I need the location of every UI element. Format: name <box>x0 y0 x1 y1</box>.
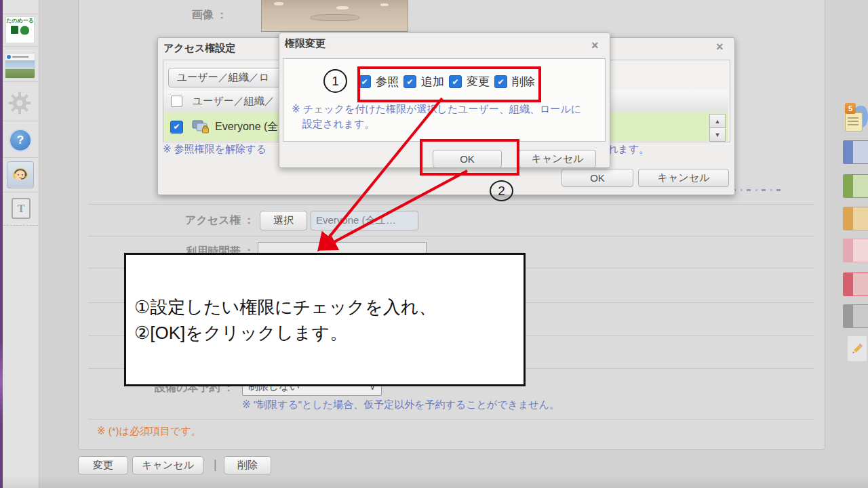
screen: 画像 ： アクセス権 ： 選択 Everyone (全ユ… 利用時間帯 ： 設備… <box>0 0 868 488</box>
callout-box: ①設定したい権限にチェックを入れ、 ②[OK]をクリックします。 <box>124 253 526 386</box>
bottom-shade <box>0 476 868 488</box>
callout-line1: ①設定したい権限にチェックを入れ、 <box>134 294 436 320</box>
callout-line2: ②[OK]をクリックします。 <box>134 320 347 346</box>
annotation-arrows <box>0 0 868 488</box>
